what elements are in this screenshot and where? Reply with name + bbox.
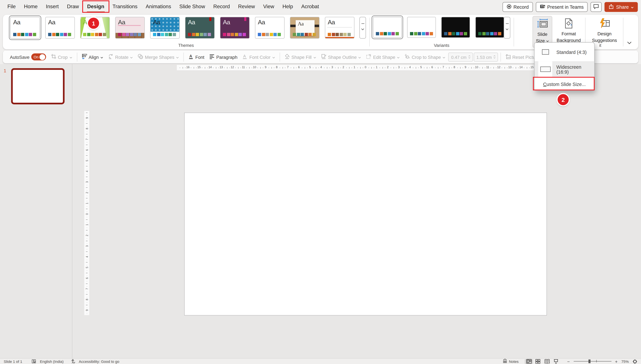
menu-tab-design[interactable]: Design: [83, 0, 108, 14]
notes-button[interactable]: Notes: [502, 359, 519, 364]
variant-1-thumbnail[interactable]: [373, 17, 402, 38]
normal-view-button[interactable]: [525, 359, 533, 364]
ruler-dot: [87, 131, 87, 132]
menu-tab-record[interactable]: Record: [209, 0, 234, 14]
present-in-teams-button[interactable]: T Present in Teams: [536, 2, 588, 12]
collapse-ribbon-chevron-icon[interactable]: [627, 38, 632, 46]
menu-item-widescreen-16-9[interactable]: Widescreen (16:9): [535, 61, 594, 78]
variant-4-thumbnail[interactable]: [475, 17, 504, 38]
theme-6-thumbnail[interactable]: Aa: [185, 17, 215, 39]
ruler-tick: [86, 294, 88, 295]
reading-view-view-button[interactable]: [543, 359, 551, 364]
group-label-fragment: it: [599, 43, 611, 48]
theme-8-thumbnail[interactable]: Aa: [255, 17, 284, 39]
spinner-arrows: [468, 55, 471, 59]
theme-2-thumbnail[interactable]: Aa: [45, 17, 75, 39]
ruler-dot: [346, 68, 347, 68]
theme-4-thumbnail[interactable]: Aa: [115, 17, 145, 39]
toolbar-button-label: Font: [195, 54, 204, 59]
paragraph-button[interactable]: Paragraph: [207, 52, 239, 62]
menu-tab-animations[interactable]: Animations: [142, 0, 175, 14]
theme-5-thumbnail[interactable]: Aa: [150, 17, 180, 39]
chevron-down-icon: [272, 54, 275, 59]
autosave-toggle[interactable]: On: [31, 54, 46, 60]
themes-more-button[interactable]: [359, 17, 366, 39]
slide-sorter-view-button[interactable]: [534, 359, 542, 364]
share-button[interactable]: Share: [605, 2, 638, 12]
spinner-value: 0.47 cm: [451, 54, 466, 59]
toolbar-button-label: Paragraph: [216, 54, 237, 59]
ruler-dot: [87, 163, 87, 164]
menu-item-label: Standard (4:3): [556, 50, 587, 54]
align-button[interactable]: Align: [80, 52, 105, 62]
ruler-label: 8: [452, 66, 457, 69]
language-indicator[interactable]: English (India): [40, 359, 64, 363]
theme-1-thumbnail[interactable]: Aa: [10, 17, 40, 39]
menu-item-standard-4-3[interactable]: Standard (4:3): [535, 43, 594, 61]
ruler-dot: [87, 260, 87, 260]
menu-tab-home[interactable]: Home: [20, 0, 42, 14]
variant-2-thumbnail[interactable]: [407, 17, 436, 38]
spell-check-icon[interactable]: [32, 359, 36, 364]
zoom-slider[interactable]: [573, 361, 611, 362]
ruler-tick: [86, 166, 88, 166]
variant-3-thumbnail[interactable]: [441, 17, 470, 38]
variants-group-label: Variants: [373, 43, 510, 48]
zoom-slider-thumb[interactable]: [588, 360, 590, 363]
toolbar-button-label: Shape Outline: [328, 54, 357, 59]
theme-aa-sample: Aa: [48, 18, 55, 26]
slide-canvas[interactable]: [184, 112, 547, 316]
ruler-label: 1: [352, 66, 357, 69]
theme-color-swatches: [410, 32, 433, 35]
zoom-in-button[interactable]: +: [615, 359, 618, 364]
menu-tab-view[interactable]: View: [259, 0, 278, 14]
autosave-control[interactable]: AutoSave On: [8, 52, 48, 62]
ruler-dot: [235, 68, 235, 68]
ruler-tick: [86, 273, 88, 273]
theme-9-thumbnail[interactable]: Aa: [290, 17, 319, 39]
spinner-arrows: [493, 55, 496, 59]
variants-more-button[interactable]: [504, 17, 510, 39]
accessibility-status[interactable]: Accessibility: Good to go: [79, 359, 119, 363]
theme-aa-sample: Aa: [118, 18, 125, 26]
theme-10-thumbnail[interactable]: Aa: [325, 17, 355, 39]
menu-tab-insert[interactable]: Insert: [42, 0, 63, 14]
themes-group-label: Themes: [3, 43, 370, 48]
edit-shape-icon: [366, 54, 372, 60]
menu-tab-review[interactable]: Review: [234, 0, 259, 14]
ruler-tick: [526, 67, 527, 68]
zoom-level[interactable]: 75%: [621, 359, 629, 363]
ruler-label: 1: [374, 66, 379, 69]
ruler-label: 10: [252, 66, 257, 69]
toolbar-divider: [77, 52, 77, 62]
zoom-out-button[interactable]: −: [567, 359, 570, 364]
ruler-label: 14: [519, 66, 524, 69]
ruler-label: 13: [219, 66, 224, 69]
ruler-tick: [293, 67, 294, 68]
ruler-label: 1: [85, 222, 89, 228]
menu-tab-file[interactable]: File: [3, 0, 20, 14]
slide-thumbnail[interactable]: [11, 68, 65, 104]
toolbar-button-label: Crop to Shape: [412, 54, 441, 59]
slide-show-view-button[interactable]: [552, 359, 560, 364]
menu-tab-label: Home: [24, 4, 38, 10]
font-button[interactable]: AFont: [186, 52, 206, 62]
menu-tab-transitions[interactable]: Transitions: [108, 0, 142, 14]
ruler-tick: [338, 67, 338, 68]
comments-button[interactable]: [591, 2, 602, 12]
theme-color-swatches: [223, 33, 246, 36]
theme-7-thumbnail[interactable]: Aa: [220, 17, 250, 39]
menu-tab-slide-show[interactable]: Slide Show: [175, 0, 209, 14]
fit-slide-to-window-button[interactable]: [632, 359, 637, 364]
ruler-tick: [438, 67, 438, 68]
ruler-tick: [86, 220, 88, 220]
menu-tab-draw[interactable]: Draw: [63, 0, 83, 14]
menu-bar: FileHomeInsertDrawDesignTransitionsAnima…: [0, 0, 641, 14]
theme-color-swatches: [293, 33, 316, 36]
menu-tab-acrobat[interactable]: Acrobat: [297, 0, 323, 14]
menu-tab-help[interactable]: Help: [278, 0, 297, 14]
toolbar-divider: [500, 52, 501, 62]
record-button[interactable]: Record: [502, 2, 533, 12]
toolbar-button-label: Font Color: [249, 54, 270, 59]
panel-resize-handle[interactable]: [72, 64, 73, 358]
